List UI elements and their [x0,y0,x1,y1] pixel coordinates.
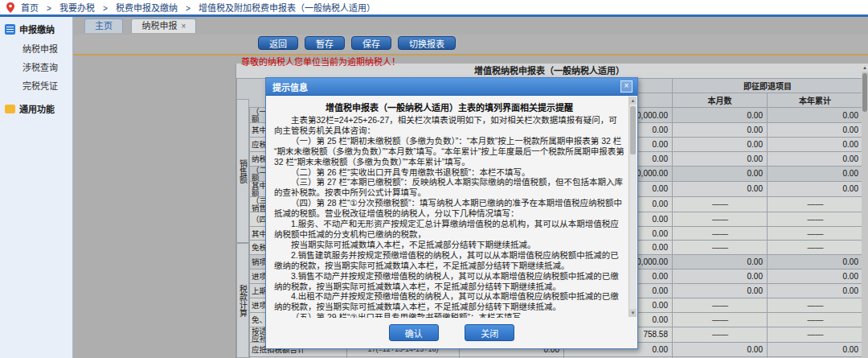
divider [73,54,868,56]
refund-year-cell[interactable]: —— [768,298,863,313]
modal-scrollbar[interactable]: ▲ ▼ [628,97,637,317]
page: 首页 > 我要办税 > 税费申报及缴纳 > 增值税及附加税费申报表（一般纳税人适… [0,0,868,358]
refund-month-cell[interactable]: 0.00 [673,151,768,166]
scroll-down-icon[interactable]: ▼ [629,309,637,317]
scrollbar-thumb[interactable] [862,73,867,112]
modal-paragraph: 3.销售不动产并按规定预缴增值税的纳税人，其可以从本期增值税应纳税额中抵减的已缴… [274,271,624,292]
sidebar-section-common[interactable]: 通用功能 [0,91,72,115]
refund-year-cell[interactable]: 0.00 [768,255,863,270]
breadcrumb-home[interactable]: 首页 [21,3,39,13]
breadcrumb-item[interactable]: 我要办税 [59,3,95,13]
save-button[interactable]: 保存 [351,36,391,50]
sidebar-section-label: 通用功能 [19,102,55,115]
refund-year-cell[interactable]: 0.00 [768,166,863,181]
refund-month-cell[interactable]: 0.00 [673,181,768,196]
col-header-month: 本月数 [673,93,768,108]
refund-month-cell[interactable]: —— [673,241,768,255]
refund-month-cell[interactable]: —— [673,298,768,313]
refund-month-cell[interactable]: 0.00 [673,123,768,138]
switch-report-button[interactable]: 切换报表 [398,36,456,50]
modal-paragraph: 4.出租不动产并按规定预缴增值税的纳税人，其可以从本期增值税应纳税额中抵减的已缴… [274,291,624,312]
modal-paragraph: 1.服务、不动产和无形资产按规定汇总计算缴纳增值税的总机构，其可以从本期增值税应… [274,219,624,240]
sidebar: 申报缴纳 纳税申报 涉税查询 完税凭证 通用功能 [0,17,73,358]
scroll-up-icon[interactable]: ▲ [629,97,637,105]
chat-bubble-icon [5,105,15,113]
modal-footer: 确认 关闭 [266,324,637,344]
hint-modal: 提示信息 × 增值税申报表（一般纳税人适用）主表的填列界面相关提示提醒 主表第3… [265,77,638,349]
breadcrumb-separator: > [186,4,190,13]
refund-month-cell[interactable]: —— [673,312,768,327]
refund-month-cell[interactable]: 0.00 [673,137,768,151]
refund-month-cell[interactable]: 0.00 [673,342,768,356]
tab-home[interactable]: 主页 [84,19,123,33]
modal-paragraph: （五）第 29 栏“②出口开具专用缴款书预缴税额”：本栏不填写。 [274,312,624,318]
modal-body: 增值税申报表（一般纳税人适用）主表的填列界面相关提示提醒 主表第32栏=24+2… [266,96,637,318]
refund-year-cell[interactable]: 0.00 [768,123,863,138]
sidebar-item-tax-filing[interactable]: 纳税申报 [0,35,72,54]
refund-month-cell[interactable]: —— [673,327,768,342]
refund-month-cell[interactable]: —— [673,196,768,212]
modal-paragraph: 按当期实际可抵减数填入本栏，不足抵减部分结转下期继续抵减。 [274,240,624,250]
modal-paragraph: （四）第 28 栏“①分次预缴税额”：填写纳税人本期已缴纳的准予在本期增值税应纳… [274,198,624,219]
list-icon [5,24,15,35]
group-label-tax-calc: 税款计算 [236,243,249,358]
sidebar-section-declare[interactable]: 申报缴纳 [0,17,72,35]
modal-paragraph: 主表第32栏=24+25+26-27，相关栏次填表说明如下，如对相关栏次数据填报… [274,115,624,136]
refund-month-cell[interactable]: —— [673,212,768,226]
refund-month-cell[interactable]: —— [673,226,768,241]
modal-paragraph: （二）第 26 栏“实收出口开具专用缴款书退税额”：本栏不填写。 [274,167,624,178]
breadcrumb: 首页 > 我要办税 > 税费申报及缴纳 > 增值税及附加税费申报表（一般纳税人适… [21,1,375,14]
confirm-button[interactable]: 确认 [389,324,439,341]
close-icon[interactable]: × [620,80,633,93]
modal-title: 提示信息 [272,80,308,93]
modal-header: 提示信息 × [266,78,637,96]
refund-year-cell[interactable]: 0.00 [768,137,863,151]
refund-year-cell[interactable]: —— [768,226,863,241]
breadcrumb-current: 增值税及附加税费申报表（一般纳税人适用） [199,3,375,13]
modal-paragraph: （一）第 25 栏“期初未缴税额（多缴为负数）”：“本月数”按上一税款所属期申报… [274,136,624,167]
refund-year-cell[interactable]: 0.00 [768,342,863,356]
tab-label: 纳税申报 [141,21,177,31]
back-button[interactable]: 返回 [258,36,298,50]
breadcrumb-separator: > [103,4,108,13]
refund-year-cell[interactable]: —— [768,212,863,226]
taxpayer-warning-text: 尊敬的纳税人您单位当前为逾期纳税人！ [241,55,400,68]
refund-month-cell[interactable]: 0.00 [673,270,768,284]
toolbar: 返回 暂存 保存 切换报表 [73,35,868,54]
col-header-year: 本年累计 [768,93,863,108]
refund-year-cell[interactable]: 0.00 [768,284,863,298]
breadcrumb-separator: > [47,4,51,13]
close-button[interactable]: 关闭 [465,324,514,341]
modal-scrollbar-thumb[interactable] [630,106,636,154]
sidebar-section-label: 申报缴纳 [19,23,55,35]
temp-save-button[interactable]: 暂存 [305,36,345,50]
refund-year-cell[interactable]: 0.00 [768,181,863,196]
tab-close-icon[interactable]: × [181,22,186,31]
modal-paragraph: （三）第 27 栏“本期已缴税额”：反映纳税人本期实际缴纳的增值税额，但不包括本… [274,177,624,198]
refund-year-cell[interactable]: —— [768,196,863,212]
refund-year-cell[interactable]: 0.00 [768,151,863,166]
refund-month-cell[interactable]: 0.00 [673,108,768,123]
refund-year-cell[interactable]: —— [768,327,863,342]
location-pin-icon [6,2,14,13]
refund-year-cell[interactable]: —— [768,241,863,255]
group-label-sales: 销售额 [236,99,249,243]
sidebar-item-tax-query[interactable]: 涉税查询 [0,54,72,72]
refund-month-cell[interactable]: 0.00 [673,284,768,298]
tab-strip: 主页 纳税申报× [73,19,868,35]
col-header-refund: 即征即退项目 [673,79,863,93]
modal-paragraph: 2.销售建筑服务并按规定预缴增值税的纳税人，其可以从本期增值税应纳税额中抵减的已… [274,250,624,271]
refund-year-cell[interactable]: 0.00 [768,270,863,284]
refund-year-cell[interactable]: —— [768,312,863,327]
modal-body-title: 增值税申报表（一般纳税人适用）主表的填列界面相关提示提醒 [274,101,624,113]
breadcrumb-item[interactable]: 税费申报及缴纳 [116,3,178,13]
breadcrumb-bar: 首页 > 我要办税 > 税费申报及缴纳 > 增值税及附加税费申报表（一般纳税人适… [0,0,868,17]
tab-tax-filing[interactable]: 纳税申报× [131,19,196,33]
scroll-up-icon[interactable]: ▲ [862,64,868,72]
sidebar-item-tax-certificate[interactable]: 完税凭证 [0,72,72,91]
refund-year-cell[interactable]: 0.00 [768,108,863,123]
refund-month-cell[interactable]: 0.00 [673,166,768,181]
refund-month-cell[interactable]: 0.00 [673,255,768,270]
page-scrollbar[interactable]: ▲ [862,64,868,358]
